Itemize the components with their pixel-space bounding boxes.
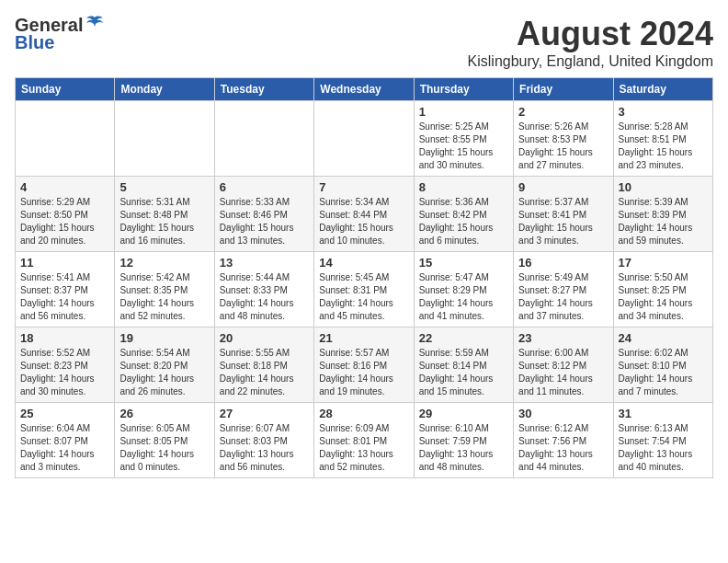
col-thursday: Thursday <box>414 78 513 101</box>
day-number: 8 <box>419 180 508 194</box>
day-info: Sunrise: 5:44 AM Sunset: 8:33 PM Dayligh… <box>220 271 309 323</box>
table-row: 19Sunrise: 5:54 AM Sunset: 8:20 PM Dayli… <box>115 327 214 403</box>
day-info: Sunrise: 5:36 AM Sunset: 8:42 PM Dayligh… <box>419 196 508 247</box>
day-info: Sunrise: 5:42 AM Sunset: 8:35 PM Dayligh… <box>119 271 209 323</box>
table-row: 6Sunrise: 5:33 AM Sunset: 8:46 PM Daylig… <box>214 177 313 252</box>
day-number: 23 <box>518 331 608 345</box>
day-number: 21 <box>319 331 408 345</box>
day-number: 15 <box>419 256 508 270</box>
location-text: Kislingbury, England, United Kingdom <box>468 53 713 70</box>
day-info: Sunrise: 5:49 AM Sunset: 8:27 PM Dayligh… <box>518 271 608 323</box>
table-row: 3Sunrise: 5:28 AM Sunset: 8:51 PM Daylig… <box>613 101 712 177</box>
day-info: Sunrise: 5:50 AM Sunset: 8:25 PM Dayligh… <box>619 271 708 323</box>
table-row <box>314 101 414 177</box>
table-row: 2Sunrise: 5:26 AM Sunset: 8:53 PM Daylig… <box>514 101 613 177</box>
table-row: 11Sunrise: 5:41 AM Sunset: 8:37 PM Dayli… <box>16 252 115 327</box>
table-row <box>214 101 313 177</box>
col-tuesday: Tuesday <box>214 78 313 101</box>
day-number: 4 <box>20 180 109 194</box>
day-info: Sunrise: 6:09 AM Sunset: 8:01 PM Dayligh… <box>319 422 408 474</box>
day-number: 9 <box>518 180 608 194</box>
day-number: 30 <box>518 407 608 420</box>
day-info: Sunrise: 5:45 AM Sunset: 8:31 PM Dayligh… <box>319 271 408 323</box>
table-row: 20Sunrise: 5:55 AM Sunset: 8:18 PM Dayli… <box>214 327 313 403</box>
table-row: 7Sunrise: 5:34 AM Sunset: 8:44 PM Daylig… <box>314 177 414 252</box>
day-number: 29 <box>419 407 508 420</box>
day-info: Sunrise: 5:55 AM Sunset: 8:18 PM Dayligh… <box>220 347 309 398</box>
table-row: 18Sunrise: 5:52 AM Sunset: 8:23 PM Dayli… <box>16 327 115 403</box>
table-row: 4Sunrise: 5:29 AM Sunset: 8:50 PM Daylig… <box>16 177 115 252</box>
col-saturday: Saturday <box>613 78 712 101</box>
day-info: Sunrise: 5:54 AM Sunset: 8:20 PM Dayligh… <box>119 347 209 398</box>
table-row: 12Sunrise: 5:42 AM Sunset: 8:35 PM Dayli… <box>115 252 214 327</box>
table-row: 9Sunrise: 5:37 AM Sunset: 8:41 PM Daylig… <box>514 177 613 252</box>
month-title: August 2024 <box>468 15 713 53</box>
table-row: 17Sunrise: 5:50 AM Sunset: 8:25 PM Dayli… <box>613 252 712 327</box>
day-info: Sunrise: 5:47 AM Sunset: 8:29 PM Dayligh… <box>419 271 508 323</box>
table-row: 31Sunrise: 6:13 AM Sunset: 7:54 PM Dayli… <box>613 403 712 478</box>
day-number: 18 <box>20 331 109 345</box>
day-info: Sunrise: 6:13 AM Sunset: 7:54 PM Dayligh… <box>619 422 708 474</box>
table-row: 14Sunrise: 5:45 AM Sunset: 8:31 PM Dayli… <box>314 252 414 327</box>
day-info: Sunrise: 5:25 AM Sunset: 8:55 PM Dayligh… <box>419 121 508 172</box>
day-info: Sunrise: 6:02 AM Sunset: 8:10 PM Dayligh… <box>619 347 708 398</box>
page-header: General Blue August 2024 Kislingbury, En… <box>15 15 713 70</box>
logo: General Blue <box>15 15 105 53</box>
logo-bird-icon <box>85 14 105 34</box>
title-section: August 2024 Kislingbury, England, United… <box>468 15 713 70</box>
table-row: 22Sunrise: 5:59 AM Sunset: 8:14 PM Dayli… <box>414 327 513 403</box>
table-row: 29Sunrise: 6:10 AM Sunset: 7:59 PM Dayli… <box>414 403 513 478</box>
day-info: Sunrise: 6:07 AM Sunset: 8:03 PM Dayligh… <box>220 422 309 474</box>
day-info: Sunrise: 5:33 AM Sunset: 8:46 PM Dayligh… <box>220 196 309 247</box>
col-sunday: Sunday <box>16 78 115 101</box>
table-row: 10Sunrise: 5:39 AM Sunset: 8:39 PM Dayli… <box>613 177 712 252</box>
calendar-week-row: 25Sunrise: 6:04 AM Sunset: 8:07 PM Dayli… <box>16 403 713 478</box>
day-info: Sunrise: 6:04 AM Sunset: 8:07 PM Dayligh… <box>20 422 109 474</box>
table-row: 16Sunrise: 5:49 AM Sunset: 8:27 PM Dayli… <box>514 252 613 327</box>
calendar-table: Sunday Monday Tuesday Wednesday Thursday… <box>15 77 713 478</box>
calendar-week-row: 18Sunrise: 5:52 AM Sunset: 8:23 PM Dayli… <box>16 327 713 403</box>
day-number: 3 <box>619 105 708 119</box>
day-number: 31 <box>619 407 708 420</box>
day-number: 10 <box>619 180 708 194</box>
day-info: Sunrise: 5:37 AM Sunset: 8:41 PM Dayligh… <box>518 196 608 247</box>
table-row: 30Sunrise: 6:12 AM Sunset: 7:56 PM Dayli… <box>514 403 613 478</box>
day-number: 20 <box>220 331 309 345</box>
day-number: 19 <box>119 331 209 345</box>
calendar-header-row: Sunday Monday Tuesday Wednesday Thursday… <box>16 78 713 101</box>
table-row: 8Sunrise: 5:36 AM Sunset: 8:42 PM Daylig… <box>414 177 513 252</box>
table-row: 24Sunrise: 6:02 AM Sunset: 8:10 PM Dayli… <box>613 327 712 403</box>
day-info: Sunrise: 5:28 AM Sunset: 8:51 PM Dayligh… <box>619 121 708 172</box>
day-number: 14 <box>319 256 408 270</box>
col-monday: Monday <box>115 78 214 101</box>
table-row <box>115 101 214 177</box>
day-number: 13 <box>220 256 309 270</box>
calendar-week-row: 11Sunrise: 5:41 AM Sunset: 8:37 PM Dayli… <box>16 252 713 327</box>
day-info: Sunrise: 5:29 AM Sunset: 8:50 PM Dayligh… <box>20 196 109 247</box>
day-number: 27 <box>220 407 309 420</box>
day-info: Sunrise: 5:41 AM Sunset: 8:37 PM Dayligh… <box>20 271 109 323</box>
calendar-week-row: 1Sunrise: 5:25 AM Sunset: 8:55 PM Daylig… <box>16 101 713 177</box>
day-number: 6 <box>220 180 309 194</box>
day-number: 2 <box>518 105 608 119</box>
day-info: Sunrise: 6:12 AM Sunset: 7:56 PM Dayligh… <box>518 422 608 474</box>
logo-blue-text: Blue <box>15 32 54 53</box>
day-number: 1 <box>419 105 508 119</box>
day-info: Sunrise: 5:34 AM Sunset: 8:44 PM Dayligh… <box>319 196 408 247</box>
day-info: Sunrise: 5:52 AM Sunset: 8:23 PM Dayligh… <box>20 347 109 398</box>
day-number: 22 <box>419 331 508 345</box>
col-friday: Friday <box>514 78 613 101</box>
day-number: 17 <box>619 256 708 270</box>
day-info: Sunrise: 6:10 AM Sunset: 7:59 PM Dayligh… <box>419 422 508 474</box>
table-row: 26Sunrise: 6:05 AM Sunset: 8:05 PM Dayli… <box>115 403 214 478</box>
table-row: 21Sunrise: 5:57 AM Sunset: 8:16 PM Dayli… <box>314 327 414 403</box>
day-info: Sunrise: 5:59 AM Sunset: 8:14 PM Dayligh… <box>419 347 508 398</box>
table-row: 28Sunrise: 6:09 AM Sunset: 8:01 PM Dayli… <box>314 403 414 478</box>
day-number: 28 <box>319 407 408 420</box>
day-info: Sunrise: 6:00 AM Sunset: 8:12 PM Dayligh… <box>518 347 608 398</box>
day-number: 7 <box>319 180 408 194</box>
day-number: 24 <box>619 331 708 345</box>
day-info: Sunrise: 5:31 AM Sunset: 8:48 PM Dayligh… <box>119 196 209 247</box>
day-number: 12 <box>119 256 209 270</box>
day-number: 11 <box>20 256 109 270</box>
